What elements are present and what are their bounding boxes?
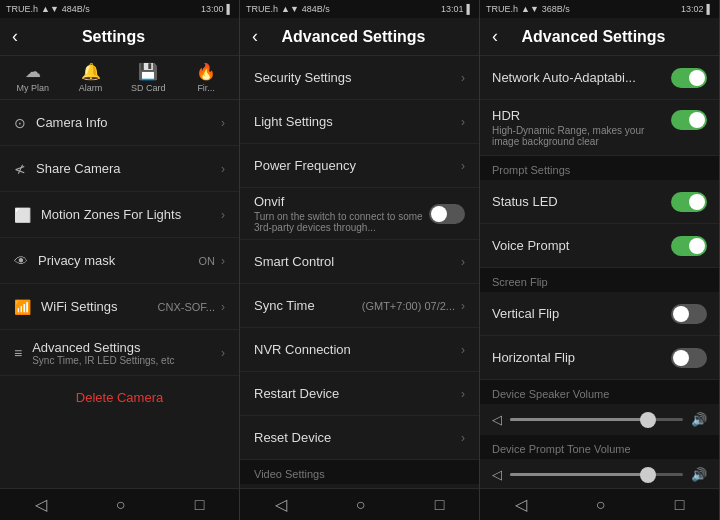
- tab-fire-label: Fir...: [197, 83, 215, 93]
- speaker-high-icon: 🔊: [691, 412, 707, 427]
- settings-panel: TRUE.h ▲▼ 484B/s 13:00 ▌ ‹ Settings ☁ My…: [0, 0, 240, 520]
- share-icon: ≮: [14, 161, 26, 177]
- tab-sdcard[interactable]: 💾 SD Card: [120, 62, 178, 93]
- speaker-section-label: Device Speaker Volume: [480, 380, 719, 404]
- p3-auto-adapt-toggle[interactable]: [671, 68, 707, 88]
- menu-share-camera[interactable]: ≮ Share Camera ›: [0, 146, 239, 192]
- tab-fire[interactable]: 🔥 Fir...: [177, 62, 235, 93]
- back-nav-2[interactable]: ◁: [259, 491, 303, 518]
- tab-myplan-label: My Plan: [17, 83, 50, 93]
- motion-icon: ⬜: [14, 207, 31, 223]
- time-3: 13:02: [681, 4, 704, 14]
- p3-voice-prompt-toggle[interactable]: [671, 236, 707, 256]
- privacy-label: Privacy mask: [38, 253, 199, 268]
- menu-motion-zones[interactable]: ⬜ Motion Zones For Lights ›: [0, 192, 239, 238]
- p3-voice-prompt-label: Voice Prompt: [492, 238, 671, 253]
- adv-reset[interactable]: Reset Device ›: [240, 416, 479, 460]
- adv-restart[interactable]: Restart Device ›: [240, 372, 479, 416]
- back-button-3[interactable]: ‹: [492, 26, 498, 47]
- p3-hdr-label: HDR: [492, 108, 671, 123]
- security-label: Security Settings: [254, 70, 461, 85]
- speaker-thumb[interactable]: [640, 412, 656, 428]
- tone-thumb[interactable]: [640, 467, 656, 483]
- speed-2: 484B/s: [302, 4, 330, 14]
- speed-3: 368B/s: [542, 4, 570, 14]
- status-bar-2: TRUE.h ▲▼ 484B/s 13:01 ▌: [240, 0, 479, 18]
- alarm-icon: 🔔: [81, 62, 101, 81]
- adv-smart-control[interactable]: Smart Control ›: [240, 240, 479, 284]
- tab-myplan[interactable]: ☁ My Plan: [4, 62, 62, 93]
- recent-nav-2[interactable]: □: [419, 492, 461, 518]
- p3-vertical-flip-label: Vertical Flip: [492, 306, 671, 321]
- p3-auto-adapt[interactable]: Network Auto-Adaptabi...: [480, 56, 719, 100]
- p3-hdr-toggle[interactable]: [671, 110, 707, 130]
- arrow-reset: ›: [461, 431, 465, 445]
- arrow-share: ›: [221, 162, 225, 176]
- adv-nvr[interactable]: NVR Connection ›: [240, 328, 479, 372]
- speaker-track[interactable]: [510, 418, 683, 421]
- advanced-menu: Security Settings › Light Settings › Pow…: [240, 56, 479, 488]
- back-nav-3[interactable]: ◁: [499, 491, 543, 518]
- advanced-menu-2: Network Auto-Adaptabi... HDR High-Dynami…: [480, 56, 719, 488]
- p3-horizontal-flip[interactable]: Horizontal Flip: [480, 336, 719, 380]
- tab-alarm-label: Alarm: [79, 83, 103, 93]
- menu-advanced[interactable]: ≡ Advanced Settings Sync Time, IR LED Se…: [0, 330, 239, 376]
- carrier-1: TRUE.h: [6, 4, 38, 14]
- bottom-nav-3: ◁ ○ □: [480, 488, 719, 520]
- back-button-2[interactable]: ‹: [252, 26, 258, 47]
- recent-nav-3[interactable]: □: [659, 492, 701, 518]
- advanced-sub: Sync Time, IR LED Settings, etc: [32, 355, 221, 366]
- advanced-settings-panel: TRUE.h ▲▼ 484B/s 13:01 ▌ ‹ Advanced Sett…: [240, 0, 480, 520]
- adv-sync-time[interactable]: Sync Time (GMT+7:00) 07/2... ›: [240, 284, 479, 328]
- back-button-1[interactable]: ‹: [12, 26, 18, 47]
- adv-power-freq[interactable]: Power Frequency ›: [240, 144, 479, 188]
- share-camera-label: Share Camera: [36, 161, 221, 176]
- privacy-value: ON: [199, 255, 216, 267]
- adv-security[interactable]: Security Settings ›: [240, 56, 479, 100]
- cloud-icon: ☁: [25, 62, 41, 81]
- delete-camera-button[interactable]: Delete Camera: [0, 376, 239, 419]
- menu-privacy[interactable]: 👁 Privacy mask ON ›: [0, 238, 239, 284]
- p3-status-led-toggle[interactable]: [671, 192, 707, 212]
- adv-onvif[interactable]: Onvif Turn on the switch to connect to s…: [240, 188, 479, 240]
- tab-alarm[interactable]: 🔔 Alarm: [62, 62, 120, 93]
- p3-hdr[interactable]: HDR High-Dynamic Range, makes your image…: [480, 100, 719, 156]
- p3-status-led[interactable]: Status LED: [480, 180, 719, 224]
- p3-vertical-flip-toggle[interactable]: [671, 304, 707, 324]
- time-2: 13:01: [441, 4, 464, 14]
- arrow-nvr: ›: [461, 343, 465, 357]
- restart-label: Restart Device: [254, 386, 461, 401]
- signal-3: ▲▼: [521, 4, 539, 14]
- home-nav-1[interactable]: ○: [100, 492, 142, 518]
- tone-track[interactable]: [510, 473, 683, 476]
- adv-light[interactable]: Light Settings ›: [240, 100, 479, 144]
- battery-2: ▌: [467, 4, 473, 14]
- nvr-label: NVR Connection: [254, 342, 461, 357]
- advanced-label: Advanced Settings: [32, 340, 221, 355]
- onvif-toggle[interactable]: [429, 204, 465, 224]
- back-nav-1[interactable]: ◁: [19, 491, 63, 518]
- menu-wifi[interactable]: 📶 WiFi Settings CNX-SOF... ›: [0, 284, 239, 330]
- reset-label: Reset Device: [254, 430, 461, 445]
- advanced-title-2: Advanced Settings: [508, 28, 679, 46]
- advanced-title: Advanced Settings: [268, 28, 439, 46]
- home-nav-2[interactable]: ○: [340, 492, 382, 518]
- wifi-value: CNX-SOF...: [158, 301, 215, 313]
- arrow-wifi: ›: [221, 300, 225, 314]
- advanced-settings-panel-2: TRUE.h ▲▼ 368B/s 13:02 ▌ ‹ Advanced Sett…: [480, 0, 720, 520]
- p3-vertical-flip[interactable]: Vertical Flip: [480, 292, 719, 336]
- video-section-header: Video Settings: [240, 460, 479, 484]
- p3-status-led-label: Status LED: [492, 194, 671, 209]
- arrow-security: ›: [461, 71, 465, 85]
- advanced-header-2: ‹ Advanced Settings: [480, 18, 719, 56]
- arrow-camera-info: ›: [221, 116, 225, 130]
- arrow-restart: ›: [461, 387, 465, 401]
- home-nav-3[interactable]: ○: [580, 492, 622, 518]
- p3-horizontal-flip-toggle[interactable]: [671, 348, 707, 368]
- onvif-label: Onvif: [254, 194, 429, 209]
- recent-nav-1[interactable]: □: [179, 492, 221, 518]
- fire-icon: 🔥: [196, 62, 216, 81]
- menu-camera-info[interactable]: ⊙ Camera Info ›: [0, 100, 239, 146]
- battery-3: ▌: [707, 4, 713, 14]
- p3-voice-prompt[interactable]: Voice Prompt: [480, 224, 719, 268]
